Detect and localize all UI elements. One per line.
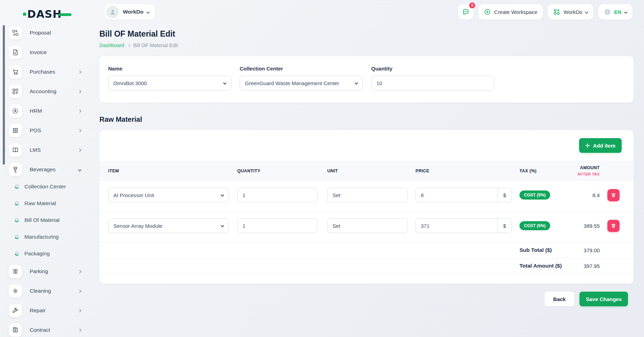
sidebar-item-pos[interactable]: POS (0, 123, 91, 137)
col-header-quantity: QUANTITY (237, 168, 327, 173)
messages-button[interactable]: 0 (458, 4, 473, 20)
quantity-cell-input[interactable] (237, 218, 317, 233)
sidebar-item-proposal[interactable]: Proposal (0, 26, 91, 40)
cart-icon (9, 65, 22, 78)
price-cell-input[interactable] (416, 219, 497, 233)
sidebar-item-parking[interactable]: Parking (0, 264, 91, 278)
footer-actions: Back Save Changes (99, 292, 634, 306)
logo-accent-dot (23, 13, 26, 16)
chevron-right-icon (78, 309, 82, 312)
raw-material-heading: Raw Material (99, 115, 634, 123)
currency-addon: $ (497, 219, 511, 233)
table-toolbar: Add item (99, 130, 634, 160)
back-button[interactable]: Back (545, 292, 575, 306)
unit-cell-input[interactable] (327, 188, 407, 202)
sidebar-item-contract[interactable]: Contract (0, 323, 91, 337)
chevron-down-icon (585, 10, 589, 14)
price-cell-input[interactable] (416, 188, 497, 202)
hrm-icon (9, 104, 22, 118)
collection-center-label: Collection Center (240, 66, 363, 72)
plus-circle-icon (484, 8, 491, 15)
quantity-cell-input[interactable] (237, 188, 317, 202)
pos-icon (9, 124, 22, 137)
sidebar-nav: Proposal Invoice Purchases Accounti (0, 26, 91, 337)
app-root: DASH Proposal Invoice Purcha (0, 0, 644, 337)
submenu-dot-icon (15, 235, 19, 239)
sidebar: DASH Proposal Invoice Purcha (0, 0, 91, 337)
unit-cell-input[interactable] (327, 218, 407, 233)
create-workspace-button[interactable]: Create Workspace (478, 4, 543, 20)
sidebar-subitem-raw-material[interactable]: Raw Material (0, 197, 91, 209)
sidebar-item-accounting[interactable]: Accounting (0, 84, 91, 98)
tax-badge: CGST (5%) (519, 221, 550, 230)
add-item-button[interactable]: Add item (579, 138, 622, 153)
app-switcher-button[interactable]: WorkDo (548, 4, 593, 20)
sidebar-item-repair[interactable]: Repair (0, 304, 91, 317)
sidebar-item-invoice[interactable]: Invoice (0, 45, 91, 59)
logo-accent-dash (59, 13, 72, 16)
chevron-down-icon (355, 81, 358, 85)
name-select[interactable]: OmniBot 3000 (108, 76, 231, 90)
workspace-name: WorkDo (123, 9, 143, 15)
submenu-dot-icon (15, 252, 19, 256)
app-logo[interactable]: DASH (0, 0, 91, 20)
sidebar-item-beverages[interactable]: Beverages (0, 163, 91, 177)
breadcrumb-dashboard-link[interactable]: Dashboard (99, 43, 124, 48)
chevron-right-icon (78, 270, 82, 273)
breadcrumb-current: Bill OF Material Edit (133, 43, 178, 48)
sidebar-item-hrm[interactable]: HRM (0, 104, 91, 118)
delete-row-button[interactable] (607, 189, 620, 201)
price-input-group: $ (415, 188, 512, 202)
sidebar-item-label: Repair (30, 307, 46, 314)
chevron-down-icon (221, 224, 224, 227)
subtotal-row: Sub Total ($) 379.00 (99, 242, 634, 258)
sidebar-item-lms[interactable]: LMS (0, 143, 91, 157)
sidebar-item-label: Contract (30, 327, 50, 333)
chevron-right-icon (78, 328, 82, 332)
sidebar-item-purchases[interactable]: Purchases (0, 65, 91, 79)
parking-icon (9, 265, 22, 278)
amount-value: 8.4 (572, 192, 600, 198)
raw-material-card: Add item ITEM QUANTITY UNIT PRICE TAX (%… (99, 130, 634, 284)
globe-icon (604, 8, 611, 15)
sidebar-subitem-bill-of-material[interactable]: Bill Of Material (0, 214, 91, 226)
sidebar-subitem-collection-center[interactable]: Collection Center (0, 181, 91, 193)
workspace-selector[interactable]: WorkDo (105, 4, 155, 20)
col-header-amount: AMOUNT AFTER TAX (572, 165, 600, 176)
table-header-row: ITEM QUANTITY UNIT PRICE TAX (%) AMOUNT … (99, 160, 634, 181)
quantity-label: Quantity (371, 66, 494, 72)
quantity-input[interactable] (371, 76, 494, 90)
quantity-field-group: Quantity (371, 66, 494, 90)
beverages-submenu: Collection Center Raw Material Bill Of M… (0, 181, 91, 260)
chevron-right-icon (78, 70, 82, 74)
sidebar-subitem-packaging[interactable]: Packaging (0, 248, 91, 260)
subtotal-label: Sub Total ($) (519, 247, 572, 253)
sidebar-subitem-manufacturing[interactable]: Manufacturing (0, 231, 91, 243)
topbar-actions: 0 Create Workspace WorkDo EN (458, 4, 632, 20)
chevron-right-icon (78, 109, 82, 113)
submenu-dot-icon (15, 201, 19, 205)
book-icon (9, 143, 22, 157)
table-row: Sensor Array Module $ CGST (5%) 389.55 (99, 212, 634, 242)
plus-icon (585, 143, 590, 148)
messages-badge: 0 (469, 2, 475, 8)
sidebar-item-label: Accounting (30, 88, 57, 95)
total-row: Total Amount ($) 397.95 (99, 258, 634, 274)
submenu-dot-icon (15, 185, 19, 189)
save-changes-button[interactable]: Save Changes (579, 292, 628, 306)
col-header-after-tax: AFTER TAX (572, 172, 600, 176)
sidebar-item-cleaning[interactable]: Cleaning (0, 284, 91, 298)
price-input-group: $ (415, 218, 512, 233)
sidebar-item-label: Invoice (30, 49, 47, 55)
language-selector[interactable]: EN (598, 4, 632, 20)
total-label: Total Amount ($) (519, 263, 572, 269)
sidebar-item-label: Proposal (30, 30, 51, 36)
name-field-group: Name OmniBot 3000 (108, 66, 231, 90)
sidebar-item-label: Purchases (30, 69, 55, 75)
sidebar-item-label: Cleaning (30, 288, 51, 294)
trash-icon (611, 223, 616, 229)
item-select[interactable]: AI Processor Unit (108, 188, 229, 202)
delete-row-button[interactable] (607, 220, 620, 232)
collection-center-select[interactable]: GreenGuard Waste Management Center (240, 76, 363, 90)
item-select[interactable]: Sensor Array Module (108, 218, 229, 233)
